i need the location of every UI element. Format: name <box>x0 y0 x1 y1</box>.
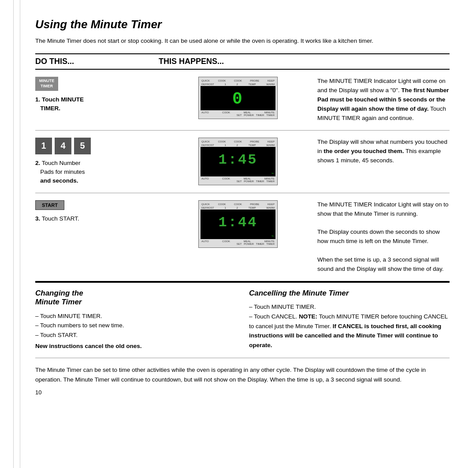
step-1-text: Touch MINUTE TIMER. <box>35 96 84 112</box>
mw-tilde-2: ~ <box>201 171 275 176</box>
mw-indicator-3: SET POWER TIMER TIMER <box>201 243 275 246</box>
step-1-happens: The MINUTE TIMER Indicator Light will co… <box>317 77 450 123</box>
display-value-1: 0 <box>232 90 244 109</box>
step-1-row: MINUTETIMER 1. Touch MINUTE TIMER. QUICK… <box>35 70 450 131</box>
step-2-bold-1: the order you touched them. <box>324 148 404 154</box>
mw-indicator-1: SET POWER TIMER TIMER <box>201 114 275 117</box>
minute-timer-button[interactable]: MINUTETIMER <box>35 77 58 90</box>
cancelling-item-1: Touch MINUTE TIMER. <box>249 302 450 312</box>
bottom-sections: Changing theMinute Timer Touch MINUTE TI… <box>35 282 450 358</box>
mw-bottom-1: AUTOCOOKMEALMINUTE <box>201 110 275 114</box>
step-3-para-1: The MINUTE TIMER Indicator Light will st… <box>317 200 450 219</box>
mw-screen-2: 1:45 <box>201 147 275 171</box>
start-button[interactable]: START <box>35 200 64 210</box>
changing-list: Touch MINUTE TIMER. Touch numbers to set… <box>35 311 236 340</box>
mw-top-labels-2b: DEFROST12TEMPWARM <box>201 143 275 147</box>
step-3-para-3: When the set time is up, a 3 second sign… <box>317 255 450 274</box>
page-number: 10 <box>35 389 450 396</box>
step-2-display: QUICKCOOKCOOKPROBEKEEP DEFROST12TEMPWARM… <box>163 138 313 185</box>
mw-indicator-2: SET POWER TIMER TIMER <box>201 180 275 183</box>
changing-item-3: Touch START. <box>35 330 236 340</box>
step-1-number: 1. <box>35 96 40 103</box>
changing-item-2: Touch numbers to set new time. <box>35 321 236 330</box>
intro-text: The Minute Timer does not start or stop … <box>35 37 379 45</box>
cancelling-list: Touch MINUTE TIMER. Touch CANCEL. NOTE: … <box>249 302 450 350</box>
changing-section: Changing theMinute Timer Touch MINUTE TI… <box>35 289 236 351</box>
step-2-do: 1 4 5 2. Touch Number Pads for minutes a… <box>35 138 159 186</box>
numpad-row: 1 4 5 <box>35 138 154 154</box>
mw-display-1: QUICKCOOKCOOKPROBEKEEP DEFROST12TEMPWARM… <box>198 77 278 119</box>
mw-display-3: QUICKCOOKCOOKPROBEKEEP DEFROST12TEMPWARM… <box>198 200 278 248</box>
cancelling-item-2: Touch CANCEL. NOTE: Touch MINUTE TIMER b… <box>249 312 450 350</box>
changing-item-1: Touch MINUTE TIMER. <box>35 311 236 321</box>
changing-title: Changing theMinute Timer <box>35 289 236 307</box>
cancelling-section: Cancelling the Minute Timer Touch MINUTE… <box>249 289 450 351</box>
page-title: Using the Minute Timer <box>35 18 450 31</box>
mw-top-labels-1b: DEFROST12TEMPWARM <box>201 82 275 86</box>
display-value-3: 1:44 <box>219 214 258 231</box>
step-3-do: START 3. Touch START. <box>35 200 159 223</box>
cancelling-bold: If CANCEL is touched first, all cooking … <box>249 323 441 348</box>
footer-paragraph: The Minute Timer can be set to time othe… <box>35 365 432 384</box>
step-3-display: QUICKCOOKCOOKPROBEKEEP DEFROST12TEMPWARM… <box>163 200 313 248</box>
col-do-this: DO THIS... <box>35 57 159 66</box>
col-this-happens: THIS HAPPENS... <box>159 57 450 66</box>
mw-top-labels-2: QUICKCOOKCOOKPROBEKEEP <box>201 140 275 143</box>
step-3-happens: The MINUTE TIMER Indicator Light will st… <box>317 200 450 274</box>
step-3-row: START 3. Touch START. QUICKCOOKCOOKPROBE… <box>35 193 450 282</box>
step-1-do: MINUTETIMER 1. Touch MINUTE TIMER. <box>35 77 159 113</box>
display-value-2: 1:45 <box>219 152 258 168</box>
step-2-row: 1 4 5 2. Touch Number Pads for minutes a… <box>35 131 450 193</box>
mw-bottom-3: AUTOCOOKMEALMINUTE <box>201 239 275 243</box>
numpad-4[interactable]: 4 <box>55 138 71 154</box>
mw-top-labels-1: QUICKCOOKCOOKPROBEKEEP <box>201 79 275 82</box>
section-header: DO THIS... THIS HAPPENS... <box>35 53 450 70</box>
step-2-happens: The Display will show what numbers you t… <box>317 138 450 165</box>
step-1-display: QUICKCOOKCOOKPROBEKEEP DEFROST12TEMPWARM… <box>163 77 313 119</box>
mw-tilde-3: ~ <box>201 234 275 239</box>
margin-line-1 <box>13 0 14 468</box>
mw-top-labels-3: QUICKCOOKCOOKPROBEKEEP <box>201 202 275 206</box>
numpad-5[interactable]: 5 <box>74 138 91 154</box>
numpad-1[interactable]: 1 <box>35 138 52 154</box>
step-1-bold-1: The first Number Pad must be touched wit… <box>317 87 449 112</box>
changing-note: New instructions cancel the old ones. <box>35 342 236 351</box>
mw-top-labels-3b: DEFROST12TEMPWARM <box>201 206 275 210</box>
step-1-label: 1. Touch MINUTE TIMER. <box>35 95 154 113</box>
mw-bottom-2: AUTOCOOKMEALMINUTE <box>201 176 275 180</box>
mw-screen-3: 1:44 <box>201 210 275 234</box>
mw-screen-1: 0 <box>201 86 275 110</box>
cancelling-title: Cancelling the Minute Timer <box>249 289 450 298</box>
step-3-label: 3. Touch START. <box>35 214 154 223</box>
step-3-para-2: The Display counts down the seconds to s… <box>317 228 450 246</box>
step-2-label: 2. Touch Number Pads for minutes and sec… <box>35 159 154 186</box>
margin-line-2 <box>20 0 21 468</box>
mw-display-2: QUICKCOOKCOOKPROBEKEEP DEFROST12TEMPWARM… <box>198 138 278 185</box>
